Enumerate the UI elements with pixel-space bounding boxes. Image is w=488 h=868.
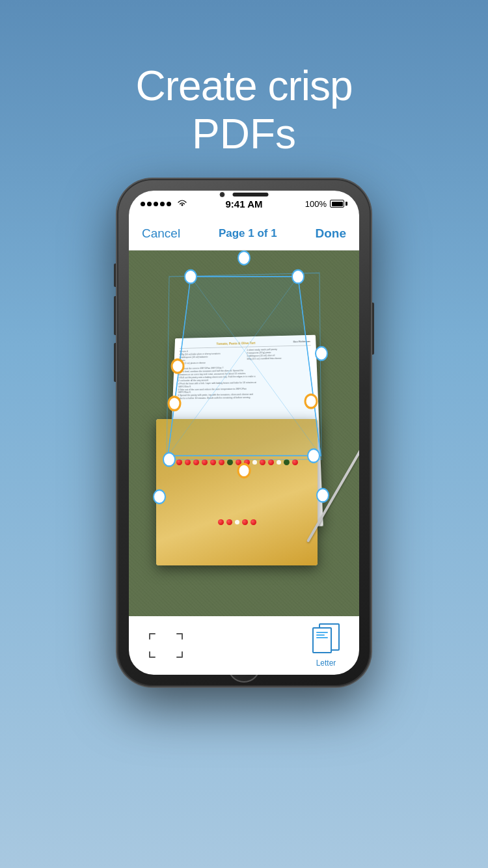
expand-arrow-bl: [148, 647, 160, 658]
signal-dot-3: [154, 202, 158, 206]
side-button-power: [371, 303, 374, 355]
expand-arrow-br: [172, 647, 183, 658]
done-button[interactable]: Done: [315, 226, 346, 241]
letter-label: Letter: [316, 658, 336, 668]
signal-dot-4: [160, 202, 165, 206]
expand-button[interactable]: [148, 632, 183, 658]
letter-format-button[interactable]: Letter: [312, 623, 340, 668]
status-time: 9:41 AM: [226, 198, 263, 210]
signal-indicator: [141, 198, 187, 209]
battery-percent: 100%: [305, 199, 327, 209]
signal-dot-2: [147, 202, 152, 206]
headline: Create crisp PDFs: [136, 31, 353, 158]
headline-line1: Create crisp: [136, 62, 353, 111]
battery-indicator: 100%: [305, 199, 347, 209]
expand-arrow-tl: [148, 632, 160, 644]
phone-top-notch: [220, 192, 269, 197]
camera-dot: [220, 192, 225, 197]
cancel-button[interactable]: Cancel: [142, 226, 180, 241]
expand-arrow-tr: [172, 632, 183, 644]
recipe-text: Serves 4 400g (14 oz) bake plum or cherr…: [178, 347, 312, 400]
recipe-title: Tomato, Pasta & Olive Tart Dan Robinson: [180, 340, 310, 349]
speaker-slot: [233, 193, 269, 197]
headline-line2: PDFs: [136, 111, 353, 159]
bottom-toolbar: Letter: [129, 616, 359, 675]
signal-dot-5: [167, 202, 171, 206]
signal-dot-1: [141, 202, 145, 206]
phone-screen: 9:41 AM 100% Cancel Page 1 of 1 Done: [129, 191, 359, 675]
scanner-area[interactable]: Tomato, Pasta & Olive Tart Dan Robinson …: [129, 251, 359, 616]
nav-bar: Cancel Page 1 of 1 Done: [129, 217, 359, 251]
nav-title: Page 1 of 1: [219, 227, 277, 240]
phone: 9:41 AM 100% Cancel Page 1 of 1 Done: [117, 179, 371, 686]
letter-icon-image: [312, 623, 340, 656]
tart-image: [156, 419, 318, 565]
wifi-icon: [177, 198, 187, 209]
